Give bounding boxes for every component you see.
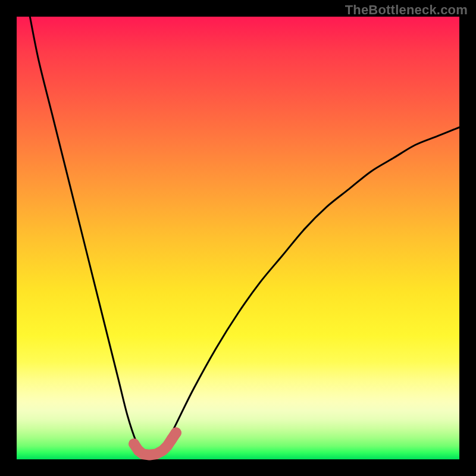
- chart-frame: TheBottleneck.com: [0, 0, 476, 476]
- flat-zone-dot: [171, 427, 181, 438]
- watermark-text: TheBottleneck.com: [345, 2, 468, 18]
- plot-area: [17, 17, 459, 459]
- bottleneck-curve: [17, 17, 459, 459]
- flat-zone-dot: [133, 445, 144, 456]
